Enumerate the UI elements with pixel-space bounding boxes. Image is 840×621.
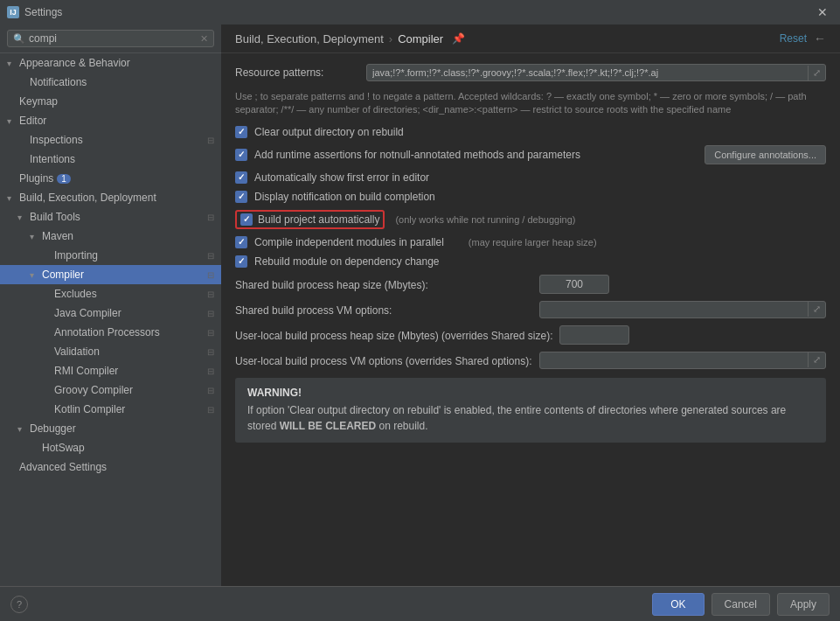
breadcrumb-part1: Build, Execution, Deployment — [235, 32, 384, 45]
search-clear-button[interactable]: ✕ — [200, 33, 208, 45]
add-runtime-checkbox[interactable]: ✓ — [235, 149, 247, 161]
arrow-icon: ▾ — [7, 116, 16, 126]
sidebar-item-label: Editor — [19, 115, 46, 127]
search-input[interactable] — [29, 32, 200, 45]
sidebar-item-label: Intentions — [30, 153, 75, 165]
sidebar-item-intentions[interactable]: Intentions — [0, 150, 221, 169]
sidebar-item-build-tools[interactable]: ▾ Build Tools ⊟ — [0, 207, 221, 227]
sidebar-item-label: Notifications — [30, 76, 87, 88]
shared-heap-input[interactable] — [539, 275, 609, 294]
close-button[interactable]: ✕ — [812, 3, 833, 21]
sidebar-item-advanced-settings[interactable]: Advanced Settings — [0, 457, 221, 477]
expand-icon: ⊟ — [207, 328, 214, 338]
sidebar-item-label: Validation — [54, 345, 100, 358]
sidebar-item-plugins[interactable]: Plugins 1 — [0, 169, 221, 188]
sidebar-item-annotation-processors[interactable]: Annotation Processors ⊟ — [0, 323, 221, 342]
build-auto-highlighted-row: ✓ Build project automatically — [235, 210, 385, 229]
sidebar-item-label: Advanced Settings — [19, 461, 107, 473]
user-vm-row: User-local build process VM options (ove… — [235, 352, 826, 369]
sidebar-item-importing[interactable]: Importing ⊟ — [0, 246, 221, 265]
pin-icon: 📌 — [452, 32, 465, 45]
arrow-icon: ▾ — [7, 193, 16, 203]
warning-title: WARNING! — [247, 387, 814, 399]
shared-vm-row: Shared build process VM options: ⤢ — [235, 301, 826, 318]
expand-resource-patterns-button[interactable]: ⤢ — [808, 66, 825, 80]
shared-heap-label: Shared build process heap size (Mbytes): — [235, 276, 532, 291]
cancel-button[interactable]: Cancel — [712, 593, 770, 616]
resource-patterns-label: Resource patterns: — [235, 64, 358, 79]
sidebar-item-build-exec[interactable]: ▾ Build, Execution, Deployment — [0, 188, 221, 207]
window-title: Settings — [24, 6, 62, 18]
sidebar-item-label: Excludes — [54, 288, 97, 300]
arrow-icon: ▾ — [7, 59, 16, 68]
sidebar-item-label: RMI Compiler — [54, 365, 118, 377]
sidebar-item-editor[interactable]: ▾ Editor — [0, 111, 221, 130]
arrow-icon: ▾ — [30, 232, 38, 241]
app-icon: IJ — [7, 6, 19, 18]
rebuild-on-dep-checkbox[interactable]: ✓ — [235, 255, 247, 268]
sidebar-item-label: Inspections — [30, 134, 83, 146]
user-vm-input[interactable] — [540, 352, 808, 368]
expand-icon: ⊟ — [207, 290, 214, 299]
plugins-badge: 1 — [57, 174, 71, 184]
apply-button[interactable]: Apply — [777, 593, 830, 616]
display-notification-checkbox[interactable]: ✓ — [235, 191, 247, 203]
sidebar-item-groovy-compiler[interactable]: Groovy Compiler ⊟ — [0, 380, 221, 400]
sidebar-item-appearance[interactable]: ▾ Appearance & Behavior — [0, 53, 221, 73]
search-bar: 🔍 ✕ — [0, 24, 221, 53]
rebuild-on-dep-label: Rebuild module on dependency change — [254, 255, 440, 268]
back-button[interactable]: ← — [814, 31, 826, 45]
rebuild-on-dep-row: ✓ Rebuild module on dependency change — [235, 255, 826, 268]
reset-button[interactable]: Reset — [780, 32, 807, 45]
sidebar-item-label: Compiler — [42, 269, 84, 281]
build-auto-checkbox[interactable]: ✓ — [240, 213, 253, 226]
expand-icon: ⊟ — [207, 251, 214, 261]
sidebar-item-label: Keymap — [19, 95, 58, 108]
show-first-error-checkbox[interactable]: ✓ — [235, 171, 247, 184]
sidebar-item-label: Debugger — [30, 422, 76, 435]
resource-patterns-hint: Use ; to separate patterns and ! to nega… — [235, 90, 826, 117]
sidebar: 🔍 ✕ ▾ Appearance & Behavior Notification… — [0, 24, 221, 586]
help-button[interactable]: ? — [10, 596, 28, 613]
expand-icon: ⊟ — [207, 136, 214, 145]
shared-vm-input-wrap: ⤢ — [539, 301, 826, 318]
sidebar-item-rmi-compiler[interactable]: RMI Compiler ⊟ — [0, 361, 221, 380]
sidebar-item-kotlin-compiler[interactable]: Kotlin Compiler ⊟ — [0, 400, 221, 419]
sidebar-item-validation[interactable]: Validation ⊟ — [0, 342, 221, 361]
sidebar-item-inspections[interactable]: Inspections ⊟ — [0, 130, 221, 150]
arrow-icon: ▾ — [17, 424, 26, 434]
user-vm-label: User-local build process VM options (ove… — [235, 352, 532, 367]
clear-output-checkbox[interactable]: ✓ — [235, 126, 247, 138]
arrow-icon: ▾ — [17, 213, 26, 222]
add-runtime-label: Add runtime assertions for notnull-annot… — [254, 149, 698, 161]
resource-patterns-input[interactable] — [367, 65, 808, 80]
user-heap-input[interactable] — [559, 325, 629, 345]
add-runtime-row: ✓ Add runtime assertions for notnull-ann… — [235, 145, 826, 164]
sidebar-item-label: Importing — [54, 249, 98, 262]
expand-user-vm-button[interactable]: ⤢ — [808, 352, 825, 367]
expand-icon: ⊟ — [207, 386, 214, 395]
sidebar-item-excludes[interactable]: Excludes ⊟ — [0, 284, 221, 304]
configure-annotations-button[interactable]: Configure annotations... — [705, 145, 826, 164]
sidebar-item-label: Groovy Compiler — [54, 384, 133, 396]
ok-button[interactable]: OK — [652, 593, 704, 616]
sidebar-item-label: Kotlin Compiler — [54, 403, 125, 415]
sidebar-item-debugger[interactable]: ▾ Debugger — [0, 419, 221, 438]
sidebar-item-notifications[interactable]: Notifications — [0, 73, 221, 92]
sidebar-item-maven[interactable]: ▾ Maven — [0, 227, 221, 246]
sidebar-item-label: Maven — [42, 230, 73, 242]
sidebar-item-label: Appearance & Behavior — [19, 57, 130, 69]
sidebar-item-java-compiler[interactable]: Java Compiler ⊟ — [0, 304, 221, 323]
sidebar-item-keymap[interactable]: Keymap — [0, 92, 221, 111]
build-auto-label: Build project automatically — [258, 213, 379, 226]
expand-icon: ⊟ — [207, 270, 214, 280]
sidebar-item-compiler[interactable]: ▾ Compiler ⊟ — [0, 265, 221, 284]
compile-parallel-checkbox[interactable]: ✓ — [235, 236, 247, 248]
expand-shared-vm-button[interactable]: ⤢ — [808, 302, 825, 317]
warning-box: WARNING! If option 'Clear output directo… — [235, 378, 826, 443]
sidebar-item-hotswap[interactable]: HotSwap — [0, 438, 221, 457]
shared-vm-input[interactable] — [540, 302, 808, 317]
breadcrumb: Build, Execution, Deployment › Compiler … — [235, 32, 465, 45]
content-area: Build, Execution, Deployment › Compiler … — [221, 24, 840, 586]
expand-icon: ⊟ — [207, 213, 214, 222]
